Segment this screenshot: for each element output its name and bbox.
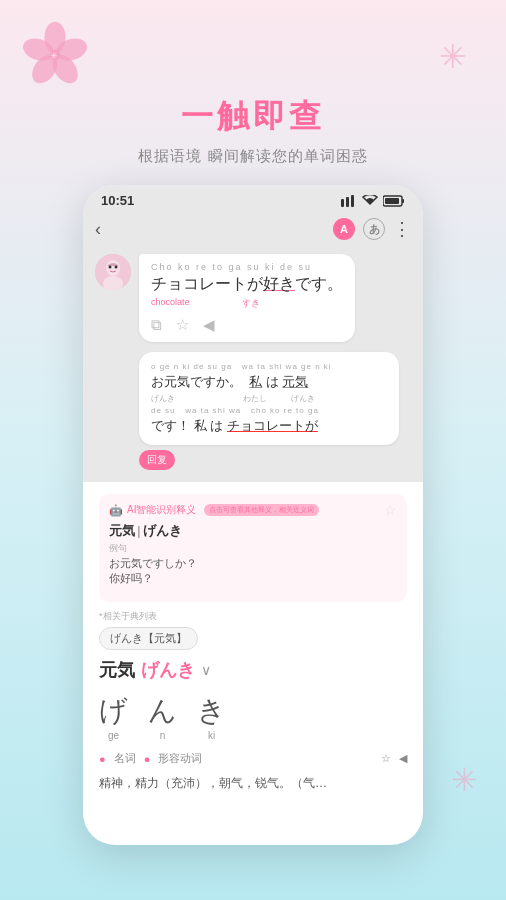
chat-bubble-1: Cho ko re to ga su ki de su チョコレートが好きです。… — [95, 254, 411, 342]
kana-roma: ki — [197, 730, 226, 741]
sub-readings: げんき わたし げんき — [151, 393, 387, 404]
more-button[interactable]: ⋮ — [393, 218, 411, 240]
chat-bubble-2-wrapper: o ge n ki de su ga wa ta shi wa ge n ki … — [95, 352, 411, 474]
ai-icon: 🤖 — [109, 504, 123, 517]
app-bar: ‹ A あ ⋮ — [83, 212, 423, 246]
main-title: 一触即查 — [0, 95, 506, 139]
lang-a-button[interactable]: A — [333, 218, 355, 240]
svg-rect-9 — [341, 199, 344, 207]
ai-badge: 点击可查看其他释义，相关近义词 — [204, 504, 319, 516]
meaning-chocolate: chocolate — [151, 297, 190, 310]
pos-1: 名词 — [114, 751, 136, 766]
svg-point-16 — [106, 260, 120, 276]
ai-header: 🤖 AI智能识别释义 点击可查看其他释义，相关近义词 ☆ — [109, 502, 397, 518]
sub-title: 根据语境 瞬间解读您的单词困惑 — [0, 147, 506, 166]
kana-char-block: んn — [148, 692, 177, 741]
reading-line-1: o ge n ki de su ga wa ta shi wa ge n ki — [151, 362, 387, 371]
svg-text:✳: ✳ — [439, 38, 467, 75]
star-action-icon[interactable]: ☆ — [176, 316, 189, 334]
definition-text: 精神，精力（充沛），朝气，锐气。（气… — [99, 774, 407, 793]
status-time: 10:51 — [101, 193, 134, 208]
kana-char: き — [197, 692, 226, 730]
kana-char: げ — [99, 692, 128, 730]
battery-icon — [383, 195, 405, 207]
word-kanji: 元気 — [99, 658, 135, 682]
related-tag[interactable]: げんき【元気】 — [99, 627, 198, 650]
reply-button[interactable]: 回复 — [139, 450, 175, 470]
word-reading-display: 元気|げんき — [109, 522, 397, 540]
svg-rect-10 — [346, 197, 349, 207]
chat-actions-1: ⧉ ☆ ◀ — [151, 316, 343, 334]
back-button[interactable]: ‹ — [95, 219, 101, 240]
cherry-blossom-left: ✳ — [20, 20, 90, 90]
header-area: 一触即查 根据语境 瞬间解读您的单词困惑 — [0, 95, 506, 166]
kana-char-block: きki — [197, 692, 226, 741]
svg-text:✳: ✳ — [451, 762, 478, 798]
bookmark-icon[interactable]: ☆ — [384, 502, 397, 518]
chat-text-jp-1: チョコレートが好きです。 — [151, 273, 343, 295]
chat-bubble-content-2: o ge n ki de su ga wa ta shi wa ge n ki … — [139, 352, 399, 445]
svg-rect-14 — [402, 199, 404, 203]
signal-icon — [341, 195, 357, 207]
app-bar-buttons: A あ ⋮ — [333, 218, 411, 240]
speaker-def-icon[interactable]: ◀ — [399, 752, 407, 765]
svg-rect-13 — [385, 198, 399, 204]
svg-point-19 — [115, 266, 118, 269]
svg-rect-11 — [351, 195, 354, 207]
chat-area: Cho ko re to ga su ki de su チョコレートが好きです。… — [83, 246, 423, 482]
word-main: 元気 げんき ∨ — [99, 658, 407, 682]
phone-mockup: 10:51 ‹ A あ ⋮ — [83, 185, 423, 845]
star-def-icon[interactable]: ☆ — [381, 752, 391, 765]
chat-line-2: です！ 私 は チョコレートが — [151, 417, 387, 435]
reading-line-2: de su wa ta shi wa cho ko re to ga — [151, 406, 387, 415]
avatar — [95, 254, 131, 290]
svg-text:✳: ✳ — [50, 51, 58, 61]
pos-2: 形容动词 — [158, 751, 202, 766]
kana-roma: n — [148, 730, 177, 741]
pos-actions: ☆ ◀ — [381, 752, 407, 765]
ai-section: 🤖 AI智能识别释义 点击可查看其他释义，相关近义词 ☆ 元気|げんき 例句 お… — [99, 494, 407, 602]
pos-dot-1: ● — [99, 753, 106, 765]
example-text: お元気ですしか？ 你好吗？ — [109, 556, 397, 586]
pos-dot-2: ● — [144, 753, 151, 765]
word-kana: げんき — [141, 658, 195, 682]
status-bar: 10:51 — [83, 185, 423, 212]
kana-breakdown: げgeんnきki — [99, 692, 407, 741]
cherry-blossom-bottom: ✳ — [446, 755, 491, 800]
ai-label: 🤖 AI智能识别释义 点击可查看其他释义，相关近义词 — [109, 503, 319, 517]
chat-line-1: お元気ですか。 私 は 元気 — [151, 373, 387, 391]
copy-icon[interactable]: ⧉ — [151, 316, 162, 334]
svg-point-18 — [109, 266, 112, 269]
meaning-suki: すき — [242, 297, 260, 310]
related-label: *相关于典列表 — [99, 610, 407, 623]
kana-char: ん — [148, 692, 177, 730]
chat-bubble-content-1: Cho ko re to ga su ki de su チョコレートが好きです。… — [139, 254, 355, 342]
cherry-blossom-right: ✳ — [431, 30, 481, 80]
example-label: 例句 — [109, 542, 397, 555]
lang-jp-button[interactable]: あ — [363, 218, 385, 240]
dropdown-arrow[interactable]: ∨ — [201, 662, 211, 678]
wifi-icon — [361, 195, 379, 207]
pos-line: ● 名词 ● 形容动词 ☆ ◀ — [99, 751, 407, 766]
chat-reading-1: Cho ko re to ga su ki de su — [151, 262, 343, 272]
status-icons — [341, 195, 405, 207]
speaker-action-icon[interactable]: ◀ — [203, 316, 215, 334]
kana-roma: ge — [99, 730, 128, 741]
kana-char-block: げge — [99, 692, 128, 741]
dict-panel: 🤖 AI智能识别释义 点击可查看其他释义，相关近义词 ☆ 元気|げんき 例句 お… — [83, 482, 423, 805]
